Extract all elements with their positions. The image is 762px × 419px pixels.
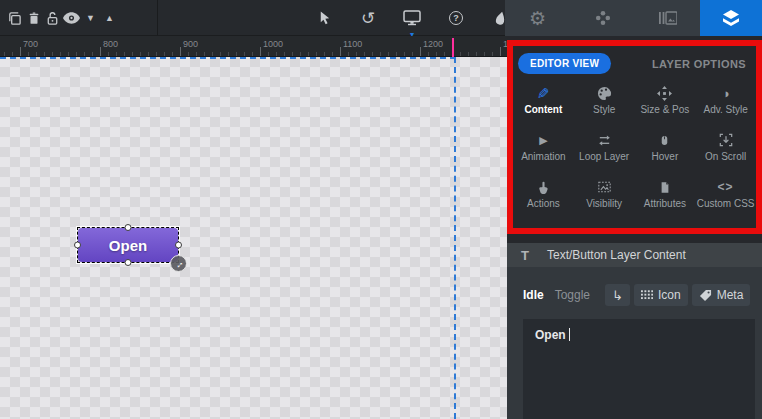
ruler-label: 800 — [103, 39, 118, 49]
play-icon: ▶ — [539, 132, 547, 148]
option-size-pos[interactable]: Size & Pos — [635, 83, 696, 127]
option-content[interactable]: ✎ Content — [513, 83, 574, 127]
horizontal-guide-line — [0, 57, 456, 59]
code-icon: <> — [718, 179, 734, 195]
option-custom-css[interactable]: <> Custom CSS — [695, 177, 756, 221]
document-icon — [659, 179, 671, 195]
insert-icon-button[interactable]: Icon — [634, 284, 688, 306]
tool-group: ↺ ▾ ? — [314, 0, 510, 36]
layer-options-title: LAYER OPTIONS — [652, 58, 746, 70]
editor-view-button[interactable]: EDITOR VIEW — [518, 53, 611, 74]
visibility-icon[interactable] — [62, 6, 81, 30]
option-adv-style[interactable]: ◑ Adv. Style — [695, 83, 756, 127]
resize-corner-icon[interactable]: ↔ — [170, 255, 187, 272]
highlight-annotation-box: EDITOR VIEW LAYER OPTIONS ✎ Content Styl… — [507, 40, 762, 234]
loop-arrows-icon — [597, 132, 612, 148]
option-style[interactable]: Style — [574, 83, 635, 127]
settings-icon[interactable]: ⚙ — [528, 6, 547, 30]
open-button-layer[interactable]: Open — [78, 228, 178, 262]
arrange-down-icon[interactable]: ▼ — [81, 6, 100, 30]
resize-handle-right[interactable] — [175, 242, 182, 249]
guide-marker[interactable] — [452, 38, 454, 57]
layer-content-textarea[interactable]: Open — [523, 319, 755, 419]
move-arrows-icon — [657, 85, 672, 101]
option-visibility[interactable]: Visibility — [574, 177, 635, 221]
panel-switch-group: ⚙ — [505, 0, 700, 36]
selected-layer: Open ↔ — [78, 228, 178, 262]
option-on-scroll[interactable]: On Scroll — [695, 130, 756, 174]
content-section-body: Idle Toggle ↳ Icon Meta Open — [507, 267, 762, 419]
slide-layout-icon[interactable] — [658, 6, 677, 30]
duplicate-icon[interactable] — [5, 6, 24, 30]
help-icon[interactable]: ? — [446, 6, 466, 30]
hand-pointer-icon — [537, 179, 550, 195]
meta-tag-icon — [699, 289, 712, 302]
arrange-up-icon[interactable]: ▲ — [100, 6, 119, 30]
text-cursor — [569, 328, 570, 341]
ruler-label: 1000 — [263, 39, 283, 49]
insert-meta-button[interactable]: Meta — [692, 284, 751, 306]
text-type-icon: T — [521, 248, 547, 263]
layer-options-panel: EDITOR VIEW LAYER OPTIONS ✎ Content Styl… — [507, 36, 762, 419]
horizontal-ruler[interactable]: 700 800 900 1000 1100 1200 1 — [0, 36, 507, 57]
select-tool-icon[interactable] — [314, 6, 334, 30]
option-hover[interactable]: Hover — [635, 130, 696, 174]
option-actions[interactable]: Actions — [513, 177, 574, 221]
icon-grid-icon — [641, 290, 653, 300]
content-tabs-row: Idle Toggle ↳ Icon Meta — [523, 284, 748, 306]
resize-handle-left[interactable] — [74, 242, 81, 249]
ruler-label: 900 — [183, 39, 198, 49]
design-canvas[interactable]: Open ↔ — [0, 57, 507, 419]
unlock-icon[interactable] — [43, 6, 62, 30]
toolbar-divider — [157, 0, 158, 36]
ruler-label: 1200 — [423, 39, 443, 49]
editor-app: ▼ ▲ ↺ ▾ ? ⚙ — [0, 0, 762, 419]
mouse-icon — [659, 132, 670, 148]
pencil-icon: ✎ — [537, 85, 550, 101]
scroll-down-icon — [719, 132, 733, 148]
layer-options-grid: ✎ Content Style Size & Pos ◑ — [513, 83, 756, 221]
delete-icon[interactable] — [24, 6, 43, 30]
vertical-guide-line — [454, 57, 456, 419]
layers-icon — [722, 10, 740, 26]
option-attributes[interactable]: Attributes — [635, 177, 696, 221]
top-toolbar: ▼ ▲ ↺ ▾ ? ⚙ — [0, 0, 762, 36]
content-section-header: T Text/Button Layer Content — [507, 243, 762, 267]
resize-handle-top[interactable] — [125, 224, 132, 231]
layer-options-tab[interactable] — [700, 0, 762, 36]
insert-linebreak-button[interactable]: ↳ — [605, 284, 630, 306]
ruler-label: 1100 — [343, 39, 362, 49]
modules-icon[interactable] — [593, 6, 612, 30]
option-animation[interactable]: ▶ Animation — [513, 130, 574, 174]
contrast-icon: ◑ — [722, 85, 730, 101]
content-section-title: Text/Button Layer Content — [547, 248, 686, 262]
dashed-frame-icon — [597, 179, 612, 195]
option-loop-layer[interactable]: Loop Layer — [574, 130, 635, 174]
resize-handle-bottom[interactable] — [125, 259, 132, 266]
tab-idle[interactable]: Idle — [523, 288, 544, 302]
return-arrow-icon: ↳ — [612, 289, 623, 302]
layer-action-group: ▼ ▲ — [5, 0, 119, 36]
ruler-label: 700 — [23, 39, 38, 49]
palette-icon — [597, 85, 612, 101]
device-desktop-icon[interactable]: ▾ — [402, 6, 422, 30]
panel-header: EDITOR VIEW LAYER OPTIONS — [513, 46, 756, 74]
undo-icon[interactable]: ↺ — [358, 6, 378, 30]
tab-toggle[interactable]: Toggle — [555, 288, 590, 302]
